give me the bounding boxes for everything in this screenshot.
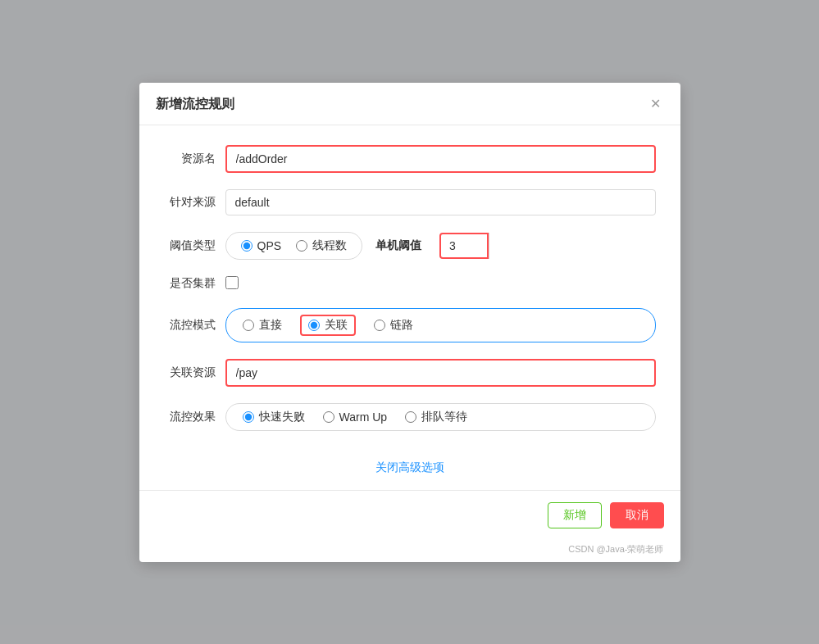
resource-row: 资源名 bbox=[164, 145, 656, 173]
source-content bbox=[225, 189, 656, 215]
add-button[interactable]: 新增 bbox=[548, 502, 602, 528]
radio-relate[interactable]: 关联 bbox=[300, 315, 356, 336]
associated-label: 关联资源 bbox=[164, 365, 225, 380]
dialog: 新增流控规则 ✕ 资源名 针对来源 阈值类型 bbox=[139, 83, 680, 562]
source-label: 针对来源 bbox=[164, 195, 225, 210]
radio-qps-input[interactable] bbox=[241, 240, 253, 252]
source-row: 针对来源 bbox=[164, 189, 656, 215]
flow-mode-group: 直接 关联 链路 bbox=[225, 308, 656, 342]
radio-queue-input[interactable] bbox=[405, 411, 416, 423]
radio-direct-label: 直接 bbox=[259, 318, 282, 333]
effect-label: 流控效果 bbox=[164, 410, 225, 424]
effect-content: 快速失败 Warm Up 排队等待 bbox=[225, 403, 656, 431]
radio-warmup[interactable]: Warm Up bbox=[323, 410, 388, 424]
radio-fast-fail-input[interactable] bbox=[243, 411, 254, 423]
radio-direct-input[interactable] bbox=[243, 320, 254, 331]
radio-fast-fail-label: 快速失败 bbox=[259, 410, 305, 424]
radio-fast-fail[interactable]: 快速失败 bbox=[243, 410, 305, 424]
effect-row: 流控效果 快速失败 Warm Up 排队等待 bbox=[164, 403, 656, 431]
resource-label: 资源名 bbox=[164, 152, 225, 166]
dialog-title: 新增流控规则 bbox=[156, 96, 234, 113]
flow-mode-content: 直接 关联 链路 bbox=[225, 308, 656, 342]
radio-relate-label: 关联 bbox=[325, 318, 348, 333]
single-threshold-area: 单机阈值 bbox=[375, 233, 655, 259]
dialog-header: 新增流控规则 ✕ bbox=[139, 83, 680, 125]
watermark: CSDN @Java-荣萌老师 bbox=[139, 540, 680, 562]
radio-chain-label: 链路 bbox=[390, 318, 413, 333]
single-threshold-input[interactable] bbox=[439, 233, 489, 259]
close-icon[interactable]: ✕ bbox=[647, 96, 664, 112]
radio-chain-input[interactable] bbox=[374, 320, 385, 331]
radio-queue-label: 排队等待 bbox=[421, 410, 467, 424]
dialog-footer: 新增 取消 bbox=[139, 490, 680, 540]
resource-content bbox=[225, 145, 656, 173]
flow-mode-label: 流控模式 bbox=[164, 318, 225, 333]
dialog-body: 资源名 针对来源 阈值类型 bbox=[139, 125, 680, 490]
radio-queue[interactable]: 排队等待 bbox=[405, 410, 467, 424]
flow-mode-row: 流控模式 直接 关联 链路 bbox=[164, 308, 656, 342]
associated-input[interactable] bbox=[225, 359, 656, 387]
effect-group: 快速失败 Warm Up 排队等待 bbox=[225, 403, 656, 431]
cluster-checkbox[interactable] bbox=[225, 276, 239, 289]
radio-threads-label: 线程数 bbox=[312, 238, 347, 253]
threshold-type-content: QPS 线程数 单机阈值 bbox=[225, 232, 656, 260]
radio-qps-label: QPS bbox=[257, 239, 282, 252]
close-advanced-link[interactable]: 关闭高级选项 bbox=[164, 447, 656, 482]
threshold-type-group: QPS 线程数 bbox=[225, 232, 363, 260]
single-threshold-inputs bbox=[439, 233, 655, 259]
overlay: 新增流控规则 ✕ 资源名 针对来源 阈值类型 bbox=[0, 0, 819, 644]
associated-row: 关联资源 bbox=[164, 359, 656, 387]
radio-direct[interactable]: 直接 bbox=[243, 318, 282, 333]
threshold-type-label: 阈值类型 bbox=[164, 238, 225, 253]
cancel-button[interactable]: 取消 bbox=[610, 502, 664, 528]
radio-relate-input[interactable] bbox=[308, 320, 320, 331]
cluster-content bbox=[225, 276, 656, 292]
source-input[interactable] bbox=[225, 189, 656, 215]
single-threshold-extra[interactable] bbox=[489, 233, 655, 259]
cluster-label: 是否集群 bbox=[164, 276, 225, 291]
radio-qps[interactable]: QPS bbox=[241, 239, 282, 252]
threshold-row: 阈值类型 QPS 线程数 bbox=[164, 232, 656, 260]
radio-warmup-label: Warm Up bbox=[339, 410, 388, 424]
cluster-row: 是否集群 bbox=[164, 276, 656, 292]
single-threshold-label: 单机阈值 bbox=[375, 238, 421, 253]
associated-content bbox=[225, 359, 656, 387]
radio-chain[interactable]: 链路 bbox=[374, 318, 413, 333]
resource-input[interactable] bbox=[225, 145, 656, 173]
radio-warmup-input[interactable] bbox=[323, 411, 334, 423]
radio-threads[interactable]: 线程数 bbox=[296, 238, 347, 253]
radio-threads-input[interactable] bbox=[296, 240, 307, 252]
